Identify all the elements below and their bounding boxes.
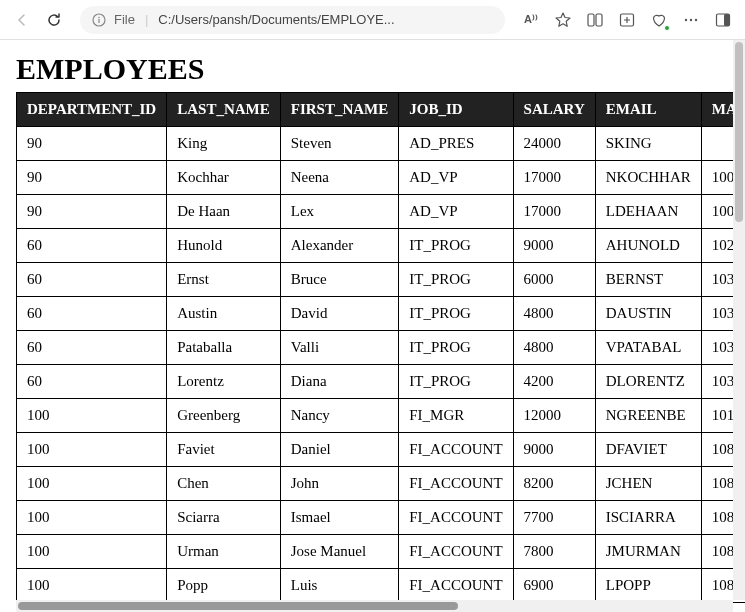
table-cell: 60 (17, 331, 167, 365)
table-cell: IT_PROG (399, 365, 513, 399)
table-cell: ISCIARRA (595, 501, 701, 535)
table-cell: 9000 (513, 433, 595, 467)
table-cell: Pataballa (167, 331, 281, 365)
address-bar[interactable]: File | C:/Users/pansh/Documents/EMPLOYE.… (80, 6, 505, 34)
svg-point-6 (685, 18, 687, 20)
table-cell: 9000 (513, 229, 595, 263)
table-cell: 100 (17, 467, 167, 501)
table-cell: Sciarra (167, 501, 281, 535)
table-cell: King (167, 127, 281, 161)
browser-toolbar: File | C:/Users/pansh/Documents/EMPLOYE.… (0, 0, 745, 40)
content-area: EMPLOYEES DEPARTMENT_ID LAST_NAME FIRST_… (0, 40, 745, 612)
table-cell: Urman (167, 535, 281, 569)
table-cell: Kochhar (167, 161, 281, 195)
svg-point-1 (98, 16, 100, 18)
table-row: 100PoppLuisFI_ACCOUNT6900LPOPP108 (17, 569, 746, 603)
table-cell: Ismael (280, 501, 399, 535)
table-cell: Valli (280, 331, 399, 365)
col-last-name: LAST_NAME (167, 93, 281, 127)
table-cell: John (280, 467, 399, 501)
horizontal-scrollbar[interactable] (16, 600, 733, 612)
table-cell: IT_PROG (399, 297, 513, 331)
table-cell: David (280, 297, 399, 331)
table-row: 60LorentzDianaIT_PROG4200DLORENTZ103 (17, 365, 746, 399)
table-cell: 100 (17, 433, 167, 467)
table-cell: 8200 (513, 467, 595, 501)
table-cell: 24000 (513, 127, 595, 161)
table-cell: Lorentz (167, 365, 281, 399)
table-cell: 90 (17, 195, 167, 229)
table-cell: AD_VP (399, 161, 513, 195)
table-cell: IT_PROG (399, 229, 513, 263)
table-cell: 100 (17, 535, 167, 569)
favorite-button[interactable] (553, 10, 573, 30)
table-cell: 60 (17, 229, 167, 263)
browser-health-button[interactable] (649, 10, 669, 30)
table-cell: 6000 (513, 263, 595, 297)
horizontal-scrollbar-thumb[interactable] (18, 602, 458, 610)
table-cell: Hunold (167, 229, 281, 263)
read-aloud-button[interactable]: A⁾⁾ (521, 10, 541, 30)
table-cell: AD_PRES (399, 127, 513, 161)
col-email: EMAIL (595, 93, 701, 127)
sidebar-toggle-button[interactable] (713, 10, 733, 30)
table-row: 90De HaanLexAD_VP17000LDEHAAN100 (17, 195, 746, 229)
table-cell: VPATABAL (595, 331, 701, 365)
table-cell: FI_MGR (399, 399, 513, 433)
table-cell: FI_ACCOUNT (399, 433, 513, 467)
table-cell: 100 (17, 399, 167, 433)
table-cell: AD_VP (399, 195, 513, 229)
table-cell: Daniel (280, 433, 399, 467)
health-dot-icon (664, 25, 670, 31)
table-cell: NGREENBE (595, 399, 701, 433)
table-cell: 4800 (513, 297, 595, 331)
table-cell: Popp (167, 569, 281, 603)
table-row: 60PataballaValliIT_PROG4800VPATABAL103 (17, 331, 746, 365)
table-cell: 90 (17, 161, 167, 195)
col-department-id: DEPARTMENT_ID (17, 93, 167, 127)
table-cell: LPOPP (595, 569, 701, 603)
vertical-scrollbar[interactable] (733, 40, 745, 600)
table-cell: Diana (280, 365, 399, 399)
table-cell: Luis (280, 569, 399, 603)
table-cell: LDEHAAN (595, 195, 701, 229)
table-cell: DFAVIET (595, 433, 701, 467)
table-row: 60ErnstBruceIT_PROG6000BERNST103 (17, 263, 746, 297)
refresh-button[interactable] (44, 10, 64, 30)
table-cell: BERNST (595, 263, 701, 297)
table-cell: FI_ACCOUNT (399, 501, 513, 535)
table-cell: DAUSTIN (595, 297, 701, 331)
table-cell: 90 (17, 127, 167, 161)
table-row: 100GreenbergNancyFI_MGR12000NGREENBE101 (17, 399, 746, 433)
table-cell: DLORENTZ (595, 365, 701, 399)
table-cell: Bruce (280, 263, 399, 297)
table-cell: NKOCHHAR (595, 161, 701, 195)
table-cell: SKING (595, 127, 701, 161)
table-cell: 17000 (513, 195, 595, 229)
split-screen-button[interactable] (585, 10, 605, 30)
info-icon (92, 13, 106, 27)
table-cell: Jose Manuel (280, 535, 399, 569)
table-cell: 12000 (513, 399, 595, 433)
col-job-id: JOB_ID (399, 93, 513, 127)
collections-button[interactable] (617, 10, 637, 30)
svg-rect-3 (588, 14, 594, 26)
table-cell: AHUNOLD (595, 229, 701, 263)
vertical-scrollbar-thumb[interactable] (735, 42, 743, 222)
table-cell: Chen (167, 467, 281, 501)
svg-point-8 (695, 18, 697, 20)
table-row: 60HunoldAlexanderIT_PROG9000AHUNOLD102 (17, 229, 746, 263)
table-row: 100ChenJohnFI_ACCOUNT8200JCHEN108 (17, 467, 746, 501)
table-cell: Faviet (167, 433, 281, 467)
table-cell: JCHEN (595, 467, 701, 501)
address-file-label: File (114, 12, 135, 27)
back-button[interactable] (12, 10, 32, 30)
table-cell: 6900 (513, 569, 595, 603)
more-button[interactable] (681, 10, 701, 30)
svg-rect-10 (724, 14, 730, 26)
table-cell: FI_ACCOUNT (399, 467, 513, 501)
svg-rect-2 (98, 19, 99, 23)
table-cell: Lex (280, 195, 399, 229)
col-first-name: FIRST_NAME (280, 93, 399, 127)
table-cell: Ernst (167, 263, 281, 297)
